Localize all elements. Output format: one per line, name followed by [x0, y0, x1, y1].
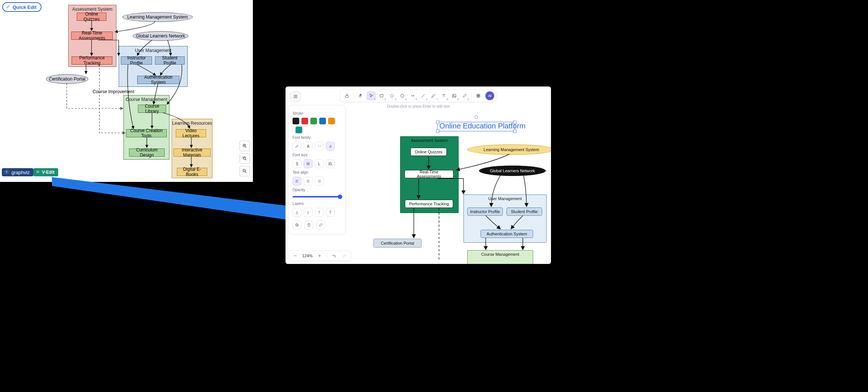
size-l[interactable]: L	[315, 159, 324, 168]
node-course-library[interactable]: Course Library	[138, 105, 166, 113]
rnode-quizzes[interactable]: Online Quizzes	[410, 148, 447, 156]
tool-rectangle[interactable]: 2	[377, 91, 386, 101]
cluster-title: Assessment System	[400, 138, 458, 143]
redo-button[interactable]	[341, 252, 348, 259]
hamburger-menu-button[interactable]	[290, 91, 301, 102]
zoom-in-button[interactable]	[316, 252, 323, 259]
node-cert[interactable]: Certification Portal	[46, 74, 88, 84]
duplicate-button[interactable]	[293, 220, 301, 229]
align-left[interactable]	[293, 177, 301, 186]
ai-button[interactable]: AI	[485, 91, 494, 100]
svg-rect-15	[296, 224, 298, 226]
size-m[interactable]: M	[304, 159, 313, 168]
properties-panel: Stroke Font family A A Font size S M L	[288, 105, 346, 234]
diagram-title[interactable]: Online Education Platform	[439, 122, 525, 130]
node-interactive-mat[interactable]: Interactive Materials	[174, 148, 211, 157]
layer-backward[interactable]	[304, 208, 313, 217]
graphviz-label: graphviz	[11, 170, 30, 175]
tool-lock[interactable]	[342, 91, 352, 101]
selection-handle[interactable]	[436, 121, 439, 124]
node-auth-system[interactable]: Authentication System	[137, 76, 179, 84]
cluster-title: User Management	[119, 48, 187, 53]
tool-extra[interactable]	[473, 91, 483, 101]
svg-rect-12	[477, 96, 478, 98]
swatch[interactable]	[293, 118, 299, 124]
swatch[interactable]	[310, 118, 317, 124]
section-font-family: Font family	[293, 135, 341, 140]
font-hand[interactable]	[293, 142, 301, 151]
rcluster-course-mgmt[interactable]: Course Management	[467, 250, 533, 264]
rnode-lms[interactable]: Learning Management System	[467, 144, 551, 155]
section-font-size: Font size	[293, 153, 341, 157]
align-right[interactable]	[315, 177, 324, 186]
section-stroke: Stroke	[293, 111, 341, 115]
dual-view-canvas: Quick Edit Assessment System Online Quiz…	[0, 0, 868, 392]
delete-button[interactable]	[304, 220, 313, 229]
tool-hand[interactable]	[356, 91, 366, 101]
layer-to-front[interactable]	[326, 208, 335, 217]
selection-rotate-handle[interactable]	[475, 115, 478, 119]
selection-handle[interactable]	[436, 130, 439, 133]
quick-edit-button[interactable]: Quick Edit	[2, 2, 42, 12]
svg-point-7	[401, 94, 404, 97]
size-s[interactable]: S	[293, 159, 301, 168]
tool-text[interactable]: 8	[439, 91, 449, 101]
svg-rect-6	[380, 95, 383, 97]
font-normal[interactable]: A	[304, 142, 313, 151]
node-gln[interactable]: Global Learners Network	[133, 31, 188, 41]
tool-eraser[interactable]: 0	[460, 91, 469, 101]
section-layers: Layers	[293, 202, 341, 206]
tool-select[interactable]: 1	[366, 91, 376, 101]
svg-rect-11	[479, 94, 480, 95]
node-student-profile[interactable]: Student Profile	[155, 56, 185, 65]
node-course-creation[interactable]: Course Creation Tools	[126, 129, 167, 137]
svg-rect-8	[452, 94, 456, 97]
layer-to-back[interactable]	[293, 208, 301, 217]
rnode-auth[interactable]: Authentication System	[481, 230, 533, 238]
zoom-reset-button[interactable]	[240, 153, 250, 164]
section-opacity: Opacity	[293, 188, 341, 192]
tool-diamond[interactable]: 3	[387, 91, 397, 101]
font-serif[interactable]: A	[326, 142, 335, 151]
cluster-title: Course Management	[124, 97, 169, 102]
zoom-out-button[interactable]	[292, 252, 298, 259]
swatch[interactable]	[319, 118, 326, 124]
node-online-quizzes[interactable]: Online Quizzes	[77, 13, 106, 21]
tool-ellipse[interactable]: 4	[397, 91, 407, 101]
tool-image[interactable]: 9	[449, 91, 459, 101]
node-curriculum[interactable]: Curriculum Design	[129, 148, 165, 157]
rnode-gln[interactable]: Global Learners Network	[479, 166, 546, 176]
tool-line[interactable]: 6	[418, 91, 428, 101]
opacity-slider[interactable]	[293, 194, 341, 199]
tool-arrow[interactable]: 5	[408, 91, 418, 101]
node-video-lectures[interactable]: Video Lectures	[176, 129, 206, 137]
align-center[interactable]	[304, 177, 313, 186]
swatch[interactable]	[301, 118, 308, 124]
graphviz-pane: Quick Edit Assessment System Online Quiz…	[0, 0, 253, 182]
tool-toolbar: 1 2 3 4 5 6 7 8 9 0 AI	[340, 89, 497, 102]
rnode-instructor[interactable]: Instructor Profile	[467, 208, 503, 216]
node-perf-tracking[interactable]: Performance Tracking	[72, 56, 112, 65]
svg-rect-13	[479, 96, 480, 98]
size-xl[interactable]: XL	[326, 159, 335, 168]
node-instructor-profile[interactable]: Instructor Profile	[121, 56, 152, 65]
node-realtime-assess[interactable]: Real-Time Assessments	[71, 32, 113, 40]
rnode-student[interactable]: Student Profile	[506, 208, 542, 216]
tool-draw[interactable]: 7	[429, 91, 438, 101]
node-lms[interactable]: Learning Management System	[122, 12, 193, 22]
svg-rect-14	[296, 224, 298, 226]
zoom-in-button[interactable]	[240, 141, 250, 151]
rnode-cert[interactable]: Certification Portal	[373, 239, 422, 248]
graphviz-badge[interactable]: graphviz	[2, 168, 33, 176]
font-code[interactable]	[315, 142, 324, 151]
swatch[interactable]	[328, 118, 335, 124]
zoom-value[interactable]: 124%	[302, 254, 313, 258]
rnode-perf[interactable]: Performance Tracking	[405, 200, 453, 208]
undo-button[interactable]	[331, 252, 337, 259]
link-button[interactable]	[316, 220, 325, 229]
svg-point-0	[6, 171, 7, 173]
cluster-title: Learning Resources	[172, 121, 212, 126]
swatch[interactable]	[296, 127, 302, 133]
rnode-realtime[interactable]: Real-Time Assessments	[405, 170, 453, 178]
layer-forward[interactable]	[315, 208, 324, 217]
